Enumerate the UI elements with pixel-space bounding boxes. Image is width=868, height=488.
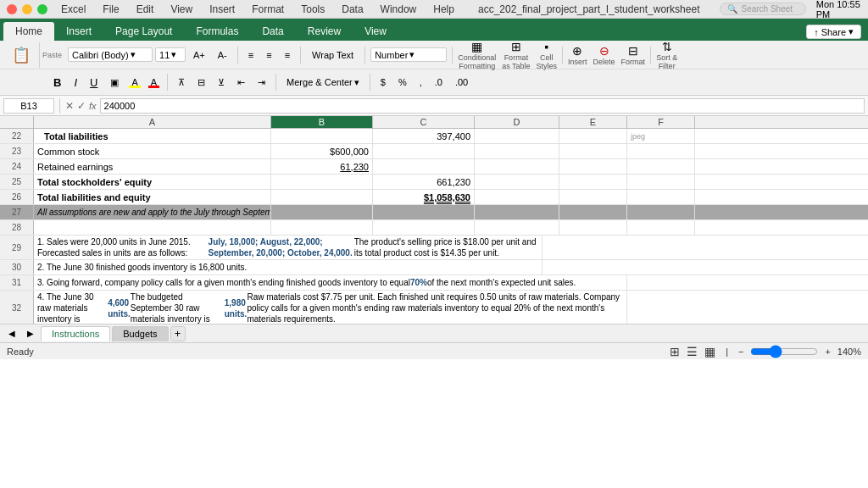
menu-excel[interactable]: Excel [58, 2, 89, 17]
bold-button[interactable]: B [48, 74, 66, 92]
cell-b23[interactable]: $600,000 [271, 144, 373, 158]
font-size-dropdown[interactable]: 11 ▾ [155, 47, 186, 62]
confirm-icon[interactable]: ✓ [77, 100, 86, 112]
cell-a29[interactable]: 1. Sales were 20,000 units in June 2015.… [34, 236, 542, 259]
tab-budgets[interactable]: Budgets [112, 326, 168, 341]
zoom-slider[interactable] [750, 345, 818, 358]
cell-e25[interactable] [559, 175, 627, 189]
cell-b22[interactable] [271, 129, 373, 143]
col-header-c[interactable]: C [373, 116, 475, 128]
cell-c22[interactable]: 397,400 [373, 129, 475, 143]
tab-formulas[interactable]: Formulas [184, 22, 250, 41]
cell-e22[interactable] [559, 129, 627, 143]
fill-color-button[interactable]: A [126, 75, 142, 90]
menu-data[interactable]: Data [338, 2, 366, 17]
underline-button[interactable]: U [85, 74, 103, 92]
wrap-text-button[interactable]: Wrap Text [306, 47, 359, 63]
close-button[interactable] [7, 4, 17, 14]
menu-view[interactable]: View [167, 2, 196, 17]
font-name-dropdown[interactable]: Calibri (Body) ▾ [68, 47, 153, 62]
align-center-button[interactable]: ≡ [261, 47, 276, 63]
cell-c24[interactable] [373, 159, 475, 174]
cell-d25[interactable] [475, 175, 559, 189]
zoom-in-button[interactable]: + [825, 347, 830, 357]
currency-button[interactable]: $ [376, 75, 391, 90]
cell-a32[interactable]: 4. The June 30 raw materials inventory i… [34, 291, 627, 324]
formula-input[interactable] [100, 98, 865, 114]
cell-a30[interactable]: 2. The June 30 finished goods inventory … [34, 260, 542, 274]
cell-f27[interactable] [627, 205, 695, 219]
col-header-b[interactable]: B [271, 116, 373, 128]
grid-view-icon[interactable]: ⊞ [670, 345, 680, 358]
fat-icon[interactable]: ⊞ [511, 40, 521, 53]
cell-f25[interactable] [627, 175, 695, 189]
sort-icon[interactable]: ⇅ [662, 40, 672, 53]
cell-a23[interactable]: Common stock [34, 144, 271, 158]
cell-e27[interactable] [559, 205, 627, 219]
menu-window[interactable]: Window [377, 2, 420, 17]
tab-view[interactable]: View [353, 22, 398, 41]
menu-insert[interactable]: Insert [206, 2, 238, 17]
font-shrink-button[interactable]: A- [213, 47, 232, 63]
menu-file[interactable]: File [99, 2, 122, 17]
share-button[interactable]: ↑ Share ▾ [806, 25, 861, 39]
cell-d24[interactable] [475, 159, 559, 174]
col-header-e[interactable]: E [559, 116, 627, 128]
cell-d22[interactable] [475, 129, 559, 143]
function-icon[interactable]: fx [89, 101, 97, 111]
cell-a27[interactable]: All assumptions are new and apply to the… [34, 205, 271, 219]
indent-decrease-button[interactable]: ⇤ [232, 75, 250, 91]
cell-b24[interactable]: 61,230 [271, 159, 373, 174]
cell-a31[interactable]: 3. Going forward, company policy calls f… [34, 275, 627, 290]
list-view-icon[interactable]: ☰ [687, 345, 698, 358]
align-right-button[interactable]: ≡ [280, 47, 295, 63]
cf-icon[interactable]: ▦ [471, 40, 482, 53]
number-format-dropdown[interactable]: Number ▾ [370, 47, 447, 62]
font-grow-button[interactable]: A+ [188, 47, 210, 63]
tab-page-layout[interactable]: Page Layout [103, 22, 184, 41]
tab-nav-prev[interactable]: ◀ [3, 326, 20, 341]
cell-c26[interactable]: $1,058,630 [373, 190, 475, 204]
cell-c23[interactable] [373, 144, 475, 158]
cell-b26[interactable] [271, 190, 373, 204]
tab-insert[interactable]: Insert [54, 22, 103, 41]
maximize-button[interactable] [37, 4, 47, 14]
cell-c28[interactable] [373, 220, 475, 235]
paste-button[interactable]: 📋 [7, 43, 36, 67]
menu-format[interactable]: Format [248, 2, 287, 17]
menu-tools[interactable]: Tools [298, 2, 328, 17]
comma-button[interactable]: , [415, 75, 427, 90]
search-box[interactable]: 🔍 Search Sheet [720, 3, 805, 15]
window-controls[interactable] [7, 4, 47, 14]
zoom-out-button[interactable]: − [738, 347, 743, 357]
cell-d27[interactable] [475, 205, 559, 219]
cell-d26[interactable] [475, 190, 559, 204]
cell-b25[interactable] [271, 175, 373, 189]
cell-c27[interactable] [373, 205, 475, 219]
align-top-button[interactable]: ⊼ [173, 75, 190, 91]
cell-e24[interactable] [559, 159, 627, 174]
insert-icon[interactable]: ⊕ [572, 44, 582, 58]
col-header-a[interactable]: A [34, 116, 271, 128]
cell-b27[interactable] [271, 205, 373, 219]
cell-a26[interactable]: Total liabilities and equity [34, 190, 271, 204]
cell-e28[interactable] [559, 220, 627, 235]
increase-decimal-button[interactable]: .0 [430, 75, 448, 90]
cell-f23[interactable] [627, 144, 695, 158]
italic-button[interactable]: I [69, 74, 82, 92]
cell-c25[interactable]: 661,230 [373, 175, 475, 189]
cell-e23[interactable] [559, 144, 627, 158]
align-left-button[interactable]: ≡ [243, 47, 259, 63]
col-header-f[interactable]: F [627, 116, 695, 128]
decrease-decimal-button[interactable]: .00 [450, 75, 473, 90]
cell-d28[interactable] [475, 220, 559, 235]
cell-a28[interactable] [34, 220, 271, 235]
tab-review[interactable]: Review [296, 22, 353, 41]
cell-e26[interactable] [559, 190, 627, 204]
tab-home[interactable]: Home [3, 22, 54, 41]
format-icon[interactable]: ⊟ [628, 44, 638, 58]
cell-b28[interactable] [271, 220, 373, 235]
minimize-button[interactable] [22, 4, 32, 14]
percent-button[interactable]: % [393, 75, 412, 90]
cs-icon[interactable]: ▪ [544, 40, 548, 53]
